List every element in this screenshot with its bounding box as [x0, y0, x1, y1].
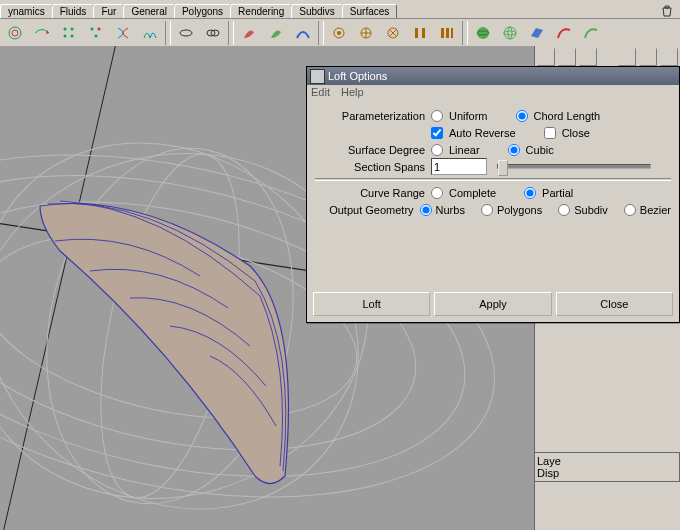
- tab-fluids[interactable]: Fluids: [52, 4, 95, 18]
- slider-section-spans[interactable]: [497, 164, 651, 169]
- radio-chord-length[interactable]: [516, 110, 528, 122]
- svg-point-13: [337, 31, 341, 35]
- svg-point-1: [12, 30, 18, 36]
- close-button[interactable]: Close: [556, 292, 673, 316]
- tab-surfaces[interactable]: Surfaces: [342, 4, 397, 18]
- gear3-icon[interactable]: [380, 20, 406, 46]
- sphere-green-icon[interactable]: [470, 20, 496, 46]
- gear2-icon[interactable]: [353, 20, 379, 46]
- bars2-icon[interactable]: [434, 20, 460, 46]
- radio-subdiv[interactable]: [558, 204, 570, 216]
- apply-button[interactable]: Apply: [434, 292, 551, 316]
- svg-point-7: [98, 28, 101, 31]
- dialog-menubar: Edit Help: [307, 85, 679, 103]
- panel-ic4-icon[interactable]: [618, 48, 636, 66]
- sphere-wire-icon[interactable]: [497, 20, 523, 46]
- svg-point-3: [71, 28, 74, 31]
- panel-ic2-icon[interactable]: [558, 48, 576, 66]
- svg-point-9: [180, 30, 192, 36]
- tab-fur[interactable]: Fur: [93, 4, 124, 18]
- radio-complete[interactable]: [431, 187, 443, 199]
- svg-point-5: [71, 35, 74, 38]
- svg-point-21: [477, 27, 489, 39]
- tab-general[interactable]: General: [123, 4, 175, 18]
- svg-point-25: [508, 27, 512, 39]
- menu-help[interactable]: Help: [341, 86, 364, 98]
- panel-ic3-icon[interactable]: [579, 48, 597, 66]
- check-close[interactable]: [544, 127, 556, 139]
- curve-green-icon[interactable]: [578, 20, 604, 46]
- dialog-titlebar[interactable]: Loft Options: [307, 67, 679, 85]
- check-auto-reverse[interactable]: [431, 127, 443, 139]
- svg-point-4: [64, 35, 67, 38]
- optlabel-bezier: Bezier: [640, 204, 671, 216]
- tab-polygons[interactable]: Polygons: [174, 4, 231, 18]
- arrow-spiral-icon[interactable]: [29, 20, 55, 46]
- svg-point-0: [9, 27, 21, 39]
- tab-rendering[interactable]: Rendering: [230, 4, 292, 18]
- slider-thumb[interactable]: [498, 160, 508, 176]
- optlabel-partial: Partial: [542, 187, 573, 199]
- shelf-toolbar: [0, 19, 680, 48]
- svg-rect-19: [446, 28, 449, 38]
- radio-bezier[interactable]: [624, 204, 636, 216]
- optlabel-subdiv: Subdiv: [574, 204, 608, 216]
- optlabel-autorev: Auto Reverse: [449, 127, 516, 139]
- layer-disp-label: Disp: [537, 467, 559, 479]
- layer-editor[interactable]: Laye Disp: [534, 452, 680, 482]
- label-section-spans: Section Spans: [315, 161, 431, 173]
- gear1-icon[interactable]: [326, 20, 352, 46]
- svg-point-8: [95, 35, 98, 38]
- dots-red-icon[interactable]: [83, 20, 109, 46]
- label-output-geometry: Output Geometry: [315, 204, 420, 216]
- optlabel-chord: Chord Length: [534, 110, 601, 122]
- loft-options-dialog: Loft Options Edit Help Parameterization …: [306, 66, 680, 323]
- optlabel-polygons: Polygons: [497, 204, 542, 216]
- radio-partial[interactable]: [524, 187, 536, 199]
- layer-tab-label: Laye: [537, 455, 561, 467]
- menu-edit[interactable]: Edit: [311, 86, 330, 98]
- spiral-icon[interactable]: [2, 20, 28, 46]
- dialog-title: Loft Options: [328, 70, 387, 82]
- panel-ic6-icon[interactable]: [660, 48, 678, 66]
- mirror-icon[interactable]: [137, 20, 163, 46]
- main-tab-row: ynamics Fluids Fur General Polygons Rend…: [0, 0, 680, 19]
- arc-blue-icon[interactable]: [290, 20, 316, 46]
- svg-point-23: [504, 27, 516, 39]
- label-surface-degree: Surface Degree: [315, 144, 431, 156]
- svg-rect-18: [441, 28, 444, 38]
- svg-rect-20: [451, 28, 453, 38]
- optlabel-close: Close: [562, 127, 590, 139]
- label-parameterization: Parameterization: [315, 110, 431, 122]
- radio-cubic[interactable]: [508, 144, 520, 156]
- loft-button[interactable]: Loft: [313, 292, 430, 316]
- tab-dynamics[interactable]: ynamics: [0, 4, 53, 18]
- svg-point-6: [91, 28, 94, 31]
- input-section-spans[interactable]: [431, 158, 487, 175]
- trash-icon[interactable]: [660, 4, 674, 18]
- radio-polygons[interactable]: [481, 204, 493, 216]
- dialog-icon: [310, 69, 325, 84]
- svg-rect-17: [422, 28, 425, 38]
- dots-green-icon[interactable]: [56, 20, 82, 46]
- leaf-green-icon[interactable]: [263, 20, 289, 46]
- optlabel-cubic: Cubic: [526, 144, 554, 156]
- ring-icon[interactable]: [173, 20, 199, 46]
- radio-linear[interactable]: [431, 144, 443, 156]
- curve-red-icon[interactable]: [551, 20, 577, 46]
- leaf-red-icon[interactable]: [236, 20, 262, 46]
- twist-icon[interactable]: [110, 20, 136, 46]
- optlabel-nurbs: Nurbs: [436, 204, 465, 216]
- svg-point-2: [64, 28, 67, 31]
- rings-icon[interactable]: [200, 20, 226, 46]
- panel-ic5-icon[interactable]: [639, 48, 657, 66]
- radio-uniform[interactable]: [431, 110, 443, 122]
- panel-ic1-icon[interactable]: [537, 48, 555, 66]
- tab-subdivs[interactable]: Subdivs: [291, 4, 343, 18]
- bars1-icon[interactable]: [407, 20, 433, 46]
- optlabel-uniform: Uniform: [449, 110, 488, 122]
- svg-point-24: [504, 31, 516, 35]
- radio-nurbs[interactable]: [420, 204, 432, 216]
- optlabel-complete: Complete: [449, 187, 496, 199]
- plane-blue-icon[interactable]: [524, 20, 550, 46]
